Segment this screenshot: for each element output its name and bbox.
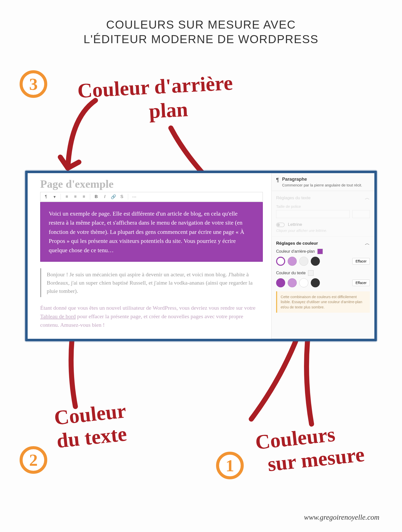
blockquote-block[interactable]: Bonjour ! Je suis un mécanicien qui aspi… bbox=[40, 268, 263, 297]
color-settings-section: Réglages de couleur ︿ Couleur d'arrière-… bbox=[272, 236, 374, 339]
color-swatch[interactable] bbox=[311, 278, 320, 287]
text-settings-label: Réglages du texte bbox=[276, 195, 311, 201]
annotation-text: du texte bbox=[56, 424, 128, 451]
bg-color-label: Couleur d'arrière-plan bbox=[276, 249, 315, 254]
paragraph-icon[interactable]: ¶ bbox=[42, 193, 49, 200]
font-size-label: Taille de police bbox=[276, 204, 370, 209]
text-settings-section[interactable]: Réglages du texte ︿ Taille de police Let… bbox=[272, 191, 374, 236]
editor-main: Page d'exemple ¶ ▾ ≡ ≡ ≡ B I 🔗 S ⋯ Voici… bbox=[28, 173, 271, 339]
color-swatch[interactable] bbox=[311, 257, 320, 266]
font-size-select[interactable] bbox=[276, 210, 350, 218]
color-swatch[interactable] bbox=[288, 257, 297, 266]
more-icon[interactable]: ⋯ bbox=[131, 193, 138, 200]
block-info-section: ¶ Paragraphe Commencer par la pierre ang… bbox=[272, 173, 374, 191]
clear-text-button[interactable]: Effacer bbox=[352, 280, 370, 286]
color-swatch[interactable] bbox=[276, 278, 285, 287]
dropcap-toggle[interactable] bbox=[276, 223, 285, 227]
contrast-warning: Cette combinaison de couleurs est diffic… bbox=[276, 291, 370, 313]
clear-bg-button[interactable]: Effacer bbox=[352, 258, 370, 264]
selected-paragraph-block[interactable]: Voici un exemple de page. Elle est diffé… bbox=[40, 202, 263, 262]
blockquote-text: Bonjour ! Je suis un mécanicien qui aspi… bbox=[47, 271, 253, 294]
color-swatch-selected[interactable] bbox=[276, 257, 285, 266]
text-color-label: Couleur du texte bbox=[276, 271, 306, 275]
annotation-bg-color: Couleur d'arrière plan bbox=[77, 65, 380, 125]
main-title: COULEURS SUR MESURE AVEC L'ÉDITEUR MODER… bbox=[0, 0, 402, 46]
align-left-icon[interactable]: ≡ bbox=[63, 193, 70, 200]
page-title[interactable]: Page d'exemple bbox=[40, 178, 263, 190]
step-badge-3: 3 bbox=[20, 70, 47, 98]
step-number: 1 bbox=[226, 456, 234, 476]
block-text: Voici un exemple de page. Elle est diffé… bbox=[49, 210, 244, 253]
bold-icon[interactable]: B bbox=[93, 193, 100, 200]
align-right-icon[interactable]: ≡ bbox=[80, 193, 87, 200]
dropcap-hint: Cliquer pour afficher une lettrine. bbox=[276, 229, 370, 233]
align-center-icon[interactable]: ≡ bbox=[72, 193, 79, 200]
editor-sidebar: ¶ Paragraphe Commencer par la pierre ang… bbox=[271, 173, 374, 339]
warning-text: Cette combinaison de couleurs est diffic… bbox=[281, 295, 362, 309]
title-line-1: COULEURS SUR MESURE AVEC bbox=[0, 18, 402, 32]
font-size-input[interactable] bbox=[352, 210, 370, 218]
toolbar-separator bbox=[90, 194, 90, 200]
chevron-up-icon: ︿ bbox=[365, 240, 370, 247]
block-type-desc: Commencer par la pierre angulaire de tou… bbox=[282, 183, 362, 187]
chevron-down-icon[interactable]: ▾ bbox=[51, 193, 58, 200]
annotation-text: Couleur d'arrière bbox=[77, 71, 233, 102]
color-settings-label: Réglages de couleur bbox=[276, 241, 318, 246]
step-number: 2 bbox=[29, 450, 38, 470]
block-type-title: Paragraphe bbox=[282, 177, 362, 182]
block-toolbar: ¶ ▾ ≡ ≡ ≡ B I 🔗 S ⋯ bbox=[40, 192, 263, 202]
chevron-up-icon: ︿ bbox=[365, 194, 370, 201]
link-icon[interactable]: 🔗 bbox=[110, 193, 117, 200]
strike-icon[interactable]: S bbox=[118, 193, 125, 200]
editor-window: Page d'exemple ¶ ▾ ≡ ≡ ≡ B I 🔗 S ⋯ Voici… bbox=[25, 171, 377, 341]
dropcap-label: Lettrine bbox=[288, 222, 302, 227]
color-swatch[interactable] bbox=[299, 278, 308, 287]
bg-palette: Effacer bbox=[276, 257, 370, 266]
dashboard-link[interactable]: Tableau de bord bbox=[40, 313, 76, 319]
color-settings-accordion[interactable]: Réglages de couleur ︿ bbox=[276, 240, 370, 247]
color-swatch[interactable] bbox=[299, 257, 308, 266]
toolbar-separator bbox=[128, 194, 128, 200]
color-swatch[interactable] bbox=[288, 278, 297, 287]
italic-icon[interactable]: I bbox=[101, 193, 108, 200]
annotation-text-color: Couleur du texte bbox=[53, 400, 130, 451]
page-root: COULEURS SUR MESURE AVEC L'ÉDITEUR MODER… bbox=[0, 0, 402, 532]
paragraph-text: Étant donné que vous êtes un nouvel util… bbox=[40, 305, 256, 311]
paragraph-icon: ¶ bbox=[276, 177, 279, 183]
annotation-custom-colors: Couleurs sur mesure bbox=[254, 421, 365, 476]
text-palette: Effacer bbox=[276, 278, 370, 287]
bg-color-swatch[interactable] bbox=[317, 249, 323, 254]
attribution: www.gregoirenoyelle.com bbox=[304, 513, 379, 521]
step-badge-2: 2 bbox=[20, 446, 47, 474]
title-line-2: L'ÉDITEUR MODERNE DE WORDPRESS bbox=[0, 32, 402, 47]
paragraph-block[interactable]: Étant donné que vous êtes un nouvel util… bbox=[40, 304, 263, 329]
annotation-text: plan bbox=[148, 99, 188, 122]
step-number: 3 bbox=[29, 74, 38, 94]
step-badge-1: 1 bbox=[216, 452, 244, 479]
text-color-swatch[interactable] bbox=[308, 270, 314, 276]
toolbar-separator bbox=[61, 194, 61, 200]
